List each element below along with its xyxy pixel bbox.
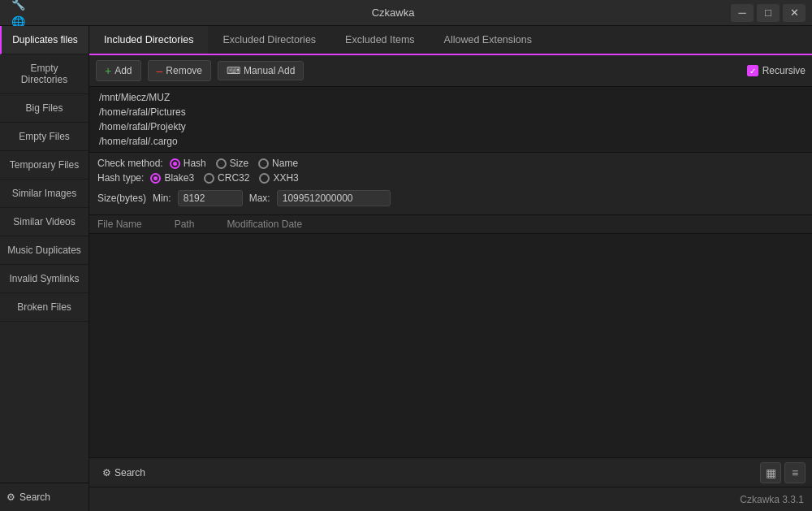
recursive-area: ✓ Recursive (747, 65, 806, 76)
add-button[interactable]: + Add (96, 60, 141, 81)
sidebar-item-empty-dirs[interactable]: Empty Directories (0, 54, 89, 94)
radio-blake3-dot (150, 173, 161, 184)
hash-type-group: Blake3 CRC32 XXH3 (150, 172, 298, 184)
tab-excluded-items[interactable]: Excluded Items (330, 26, 429, 55)
grid-view-button[interactable]: ▦ (760, 462, 781, 483)
search-button[interactable]: ⚙ Search (0, 483, 89, 511)
sidebar-bottom: ⚙ Search (0, 483, 89, 511)
list-view-button[interactable]: ≡ (784, 462, 806, 483)
radio-blake3[interactable]: Blake3 (150, 172, 194, 184)
file-list-area[interactable] (89, 234, 812, 457)
sidebar-item-similar-videos[interactable]: Similar Videos (0, 208, 89, 236)
close-button[interactable]: ✕ (783, 4, 806, 22)
bottom-controls: ⚙ Search ▦ ≡ (89, 457, 812, 487)
max-size-input[interactable] (277, 190, 391, 206)
tab-bar: Included Directories Excluded Directorie… (89, 26, 812, 55)
add-icon: + (105, 64, 111, 77)
remove-icon: – (157, 64, 163, 77)
grid-icon: ▦ (766, 466, 776, 479)
min-size-input[interactable] (178, 190, 243, 206)
radio-size-dot (216, 158, 227, 169)
window-controls: ─ □ ✕ (731, 4, 806, 22)
sidebar-item-temp-files[interactable]: Temporary Files (0, 151, 89, 180)
file-list-header: File Name Path Modification Date (89, 215, 812, 234)
search-action-button[interactable]: ⚙ Search (96, 464, 760, 482)
radio-name[interactable]: Name (258, 158, 298, 169)
remove-button[interactable]: – Remove (148, 60, 211, 81)
radio-xxh3[interactable]: XXH3 (259, 172, 298, 184)
check-method-group: Hash Size Name (170, 158, 298, 169)
hash-type-row: Hash type: Blake3 CRC32 XXH3 (97, 172, 804, 184)
sidebar: Duplicates files Empty Directories Big F… (0, 26, 89, 511)
version-bar: Czkawka 3.3.1 (89, 487, 812, 511)
version-label: Czkawka 3.3.1 (740, 494, 804, 505)
minimize-button[interactable]: ─ (731, 4, 754, 22)
search-action-icon: ⚙ (102, 467, 111, 479)
manual-add-button[interactable]: ⌨ Manual Add (218, 61, 304, 80)
tab-allowed-ext[interactable]: Allowed Extensions (430, 26, 546, 55)
maximize-button[interactable]: □ (757, 4, 780, 22)
search-icon: ⚙ (6, 492, 15, 503)
radio-hash-dot (170, 158, 180, 169)
tab-included-dirs[interactable]: Included Directories (89, 26, 208, 55)
radio-crc32-dot (204, 173, 214, 184)
directory-list: /mnt/Miecz/MUZ /home/rafal/Pictures /hom… (89, 87, 812, 153)
bottom-right-icons: ▦ ≡ (760, 462, 806, 483)
app-title: Czkawka (55, 6, 731, 19)
sidebar-item-empty-files[interactable]: Empty Files (0, 123, 89, 151)
recursive-checkbox[interactable]: ✓ (747, 65, 758, 76)
sidebar-item-similar-images[interactable]: Similar Images (0, 180, 89, 208)
sidebar-item-music-dups[interactable]: Music Duplicates (0, 236, 89, 265)
content-area: Included Directories Excluded Directorie… (89, 26, 812, 511)
sidebar-item-invalid-symlinks[interactable]: Invalid Symlinks (0, 265, 89, 293)
radio-name-dot (258, 158, 269, 169)
radio-xxh3-dot (259, 173, 270, 184)
radio-hash[interactable]: Hash (170, 158, 206, 169)
title-bar: 🔧 🌐 Czkawka ─ □ ✕ (0, 0, 812, 26)
list-item[interactable]: /home/rafal/.cargo (96, 134, 806, 149)
sidebar-item-duplicates[interactable]: Duplicates files (0, 26, 89, 54)
radio-size[interactable]: Size (216, 158, 248, 169)
manual-add-icon: ⌨ (227, 65, 240, 76)
list-item[interactable]: /home/rafal/Pictures (96, 105, 806, 119)
sidebar-item-big-files[interactable]: Big Files (0, 94, 89, 123)
list-item[interactable]: /mnt/Miecz/MUZ (96, 90, 806, 105)
main-layout: Duplicates files Empty Directories Big F… (0, 26, 812, 511)
toolbar: + Add – Remove ⌨ Manual Add ✓ Recursive (89, 55, 812, 87)
list-icon: ≡ (792, 466, 798, 479)
wrench-button[interactable]: 🔧 (6, 0, 29, 13)
check-method-row: Check method: Hash Size Name (97, 158, 804, 169)
size-row: Size(bytes) Min: Max: (97, 187, 804, 210)
options-area: Check method: Hash Size Name (89, 153, 812, 215)
list-item[interactable]: /home/rafal/Projekty (96, 119, 806, 134)
sidebar-item-broken-files[interactable]: Broken Files (0, 293, 89, 322)
radio-crc32[interactable]: CRC32 (204, 172, 249, 184)
tab-excluded-dirs[interactable]: Excluded Directories (208, 26, 330, 55)
